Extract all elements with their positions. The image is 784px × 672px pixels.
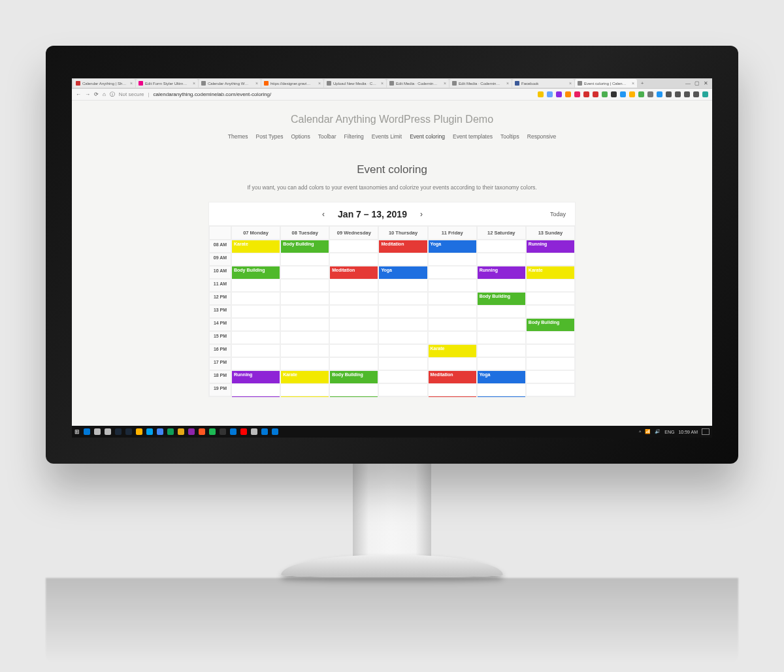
taskbar-app-icon[interactable] xyxy=(125,428,132,435)
tray-volume-icon[interactable]: 🔊 xyxy=(655,429,661,434)
calendar-slot[interactable]: Yoga xyxy=(378,266,427,279)
extension-icon[interactable] xyxy=(583,91,589,97)
calendar-slot[interactable]: Running xyxy=(526,240,575,253)
browser-tab[interactable]: Event coloring | Calen…× xyxy=(575,79,637,88)
extension-icon[interactable] xyxy=(602,91,608,97)
taskbar-app-icon[interactable] xyxy=(146,428,153,435)
calendar-event[interactable]: Running xyxy=(478,266,525,280)
calendar-slot[interactable] xyxy=(329,240,378,253)
calendar-slot[interactable] xyxy=(231,253,280,266)
calendar-slot[interactable] xyxy=(329,305,378,318)
extension-icon[interactable] xyxy=(547,91,553,97)
tray-language[interactable]: ENG xyxy=(664,430,674,434)
calendar-slot[interactable] xyxy=(526,383,575,396)
taskbar-app-icon[interactable] xyxy=(84,428,90,435)
calendar-slot[interactable]: Karate xyxy=(526,266,575,279)
calendar-today-button[interactable]: Today xyxy=(550,202,566,225)
calendar-slot[interactable] xyxy=(329,357,378,370)
taskbar-app-icon[interactable] xyxy=(199,428,205,435)
new-tab-button[interactable]: + xyxy=(638,80,647,86)
tray-wifi-icon[interactable]: 📶 xyxy=(645,429,651,434)
calendar-slot[interactable] xyxy=(231,318,280,331)
tray-clock[interactable]: 10:59 AM xyxy=(678,430,698,434)
calendar-slot[interactable]: Karate xyxy=(280,370,329,383)
calendar-slot[interactable] xyxy=(526,305,575,318)
calendar-slot[interactable]: Body Building xyxy=(280,240,329,253)
calendar-slot[interactable] xyxy=(329,383,378,396)
taskbar-app-icon[interactable] xyxy=(136,428,142,435)
tab-close-button[interactable]: × xyxy=(255,81,258,86)
taskbar-app-icon[interactable] xyxy=(115,428,122,435)
nav-home-button[interactable]: ⌂ xyxy=(103,91,106,97)
menu-item[interactable]: Tooltips xyxy=(500,133,519,140)
calendar-slot[interactable] xyxy=(378,344,427,357)
browser-tab[interactable]: Calendar Anything | Sh…× xyxy=(73,79,135,88)
browser-tab[interactable]: Edit Media · Codemin…× xyxy=(387,79,449,88)
browser-tab[interactable]: Edit Media · Codemin…× xyxy=(449,79,512,88)
url-text[interactable]: calendaranything.codeminelab.com/event-c… xyxy=(154,91,272,97)
calendar-slot[interactable]: Meditation xyxy=(329,266,378,279)
calendar-slot[interactable] xyxy=(231,292,280,305)
calendar-slot[interactable]: Karate xyxy=(231,240,280,253)
calendar-slot[interactable] xyxy=(428,331,477,344)
calendar-slot[interactable] xyxy=(280,383,329,396)
extension-icon[interactable] xyxy=(675,91,681,97)
calendar-slot[interactable] xyxy=(428,266,477,279)
menu-item[interactable]: Event templates xyxy=(453,133,493,140)
calendar-slot[interactable] xyxy=(231,305,280,318)
calendar-slot[interactable] xyxy=(477,240,526,253)
calendar-slot[interactable] xyxy=(280,292,329,305)
extension-icon[interactable] xyxy=(611,91,617,97)
calendar-slot[interactable] xyxy=(280,279,329,292)
calendar-slot[interactable] xyxy=(477,357,526,370)
calendar-slot[interactable] xyxy=(477,344,526,357)
calendar-slot[interactable] xyxy=(280,253,329,266)
extension-icon[interactable] xyxy=(657,91,662,97)
nav-info-icon[interactable]: ⓘ xyxy=(110,91,115,98)
calendar-slot[interactable] xyxy=(231,279,280,292)
calendar-slot[interactable] xyxy=(231,344,280,357)
extension-icon[interactable] xyxy=(702,91,708,97)
calendar-slot[interactable] xyxy=(378,331,427,344)
calendar-slot[interactable] xyxy=(231,383,280,396)
tab-close-button[interactable]: × xyxy=(130,81,133,86)
calendar-slot[interactable]: Karate xyxy=(428,344,477,357)
menu-item[interactable]: Responsive xyxy=(527,133,556,140)
calendar-slot[interactable]: Meditation xyxy=(378,240,427,253)
calendar-slot[interactable] xyxy=(428,279,477,292)
calendar-slot[interactable] xyxy=(329,292,378,305)
calendar-slot[interactable] xyxy=(378,305,427,318)
extension-icon[interactable] xyxy=(684,91,690,97)
calendar-slot[interactable] xyxy=(378,253,427,266)
calendar-slot[interactable] xyxy=(280,344,329,357)
browser-tab[interactable]: Upload New Media · C…× xyxy=(324,79,386,88)
window-maximize-button[interactable]: ▢ xyxy=(694,80,700,86)
taskbar-app-icon[interactable] xyxy=(209,428,216,435)
extension-icon[interactable] xyxy=(666,91,672,97)
menu-item[interactable]: Filtering xyxy=(344,133,364,140)
calendar-slot[interactable] xyxy=(526,344,575,357)
calendar-slot[interactable] xyxy=(329,318,378,331)
extension-icon[interactable] xyxy=(693,91,699,97)
nav-back-button[interactable]: ← xyxy=(76,91,81,97)
calendar-slot[interactable] xyxy=(280,305,329,318)
taskbar-app-icon[interactable] xyxy=(230,428,237,435)
nav-forward-button[interactable]: → xyxy=(85,91,90,97)
calendar-slot[interactable] xyxy=(378,370,427,383)
calendar-slot[interactable] xyxy=(329,344,378,357)
window-minimize-button[interactable]: — xyxy=(685,80,691,86)
taskbar-app-icon[interactable] xyxy=(240,428,247,435)
taskbar-app-icon[interactable] xyxy=(157,428,163,435)
calendar-slot[interactable] xyxy=(428,253,477,266)
extension-icon[interactable] xyxy=(629,91,635,97)
extension-icon[interactable] xyxy=(638,91,644,97)
calendar-slot[interactable] xyxy=(329,331,378,344)
start-button[interactable]: ⊞ xyxy=(74,428,80,435)
taskbar-app-icon[interactable] xyxy=(105,428,111,435)
calendar-slot[interactable] xyxy=(526,279,575,292)
window-close-button[interactable]: ✕ xyxy=(704,80,708,86)
calendar-slot[interactable] xyxy=(526,253,575,266)
menu-item[interactable]: Themes xyxy=(228,133,248,140)
extension-icon[interactable] xyxy=(620,91,626,97)
calendar-slot[interactable]: Running xyxy=(231,370,280,383)
